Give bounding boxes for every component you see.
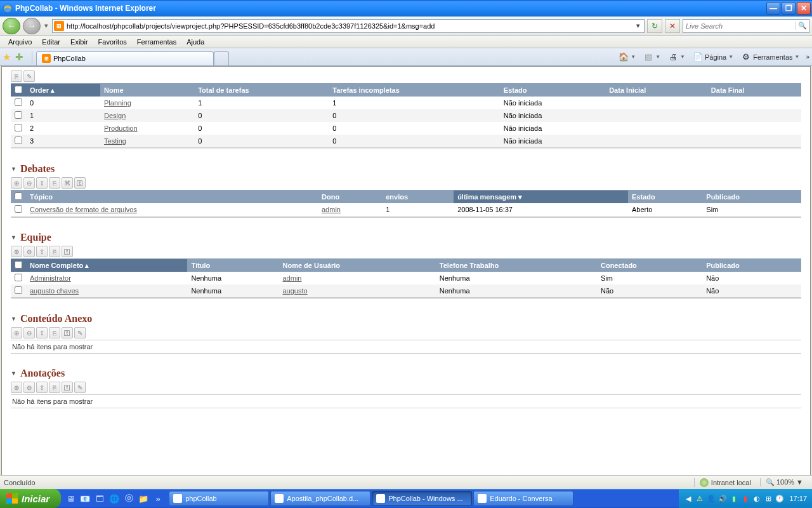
col-order[interactable]: Order ▴ bbox=[26, 84, 100, 97]
owner-link[interactable]: admin bbox=[322, 206, 341, 213]
ql-icon[interactable]: 🌐 bbox=[107, 491, 121, 506]
lock-icon[interactable]: ⚿ bbox=[62, 382, 73, 393]
tab-phpcollab[interactable]: ⊞ PhpCollab bbox=[36, 51, 214, 65]
tray-icon[interactable]: ⊞ bbox=[764, 494, 773, 503]
row-checkbox[interactable] bbox=[15, 286, 22, 294]
add-icon[interactable]: ⊕ bbox=[11, 246, 22, 257]
zoom-control[interactable]: 🔍 100% ▼ bbox=[760, 478, 808, 486]
equipe-select-all[interactable] bbox=[15, 261, 22, 269]
stop-button[interactable]: ✕ bbox=[665, 19, 680, 33]
copy-icon[interactable]: ⎘ bbox=[49, 177, 60, 189]
debates-select-all[interactable] bbox=[15, 192, 22, 200]
tray-icon[interactable]: ▮ bbox=[730, 494, 738, 503]
edit-icon[interactable]: ✎ bbox=[74, 327, 86, 338]
col-conectado[interactable]: Conectado bbox=[597, 259, 702, 272]
url-dropdown-icon[interactable]: ▾ bbox=[634, 22, 643, 30]
col-usuario[interactable]: Nome de Usuário bbox=[279, 259, 436, 272]
edit-icon[interactable]: ✎ bbox=[23, 70, 35, 82]
close-button[interactable]: ✕ bbox=[797, 2, 811, 15]
row-checkbox[interactable] bbox=[15, 98, 22, 106]
taskbar-task[interactable]: Apostila_phpCollab.d... bbox=[270, 491, 370, 506]
tools-button[interactable]: ⚙Ferramentas▼ bbox=[738, 51, 802, 64]
delete-icon[interactable]: ⊖ bbox=[23, 246, 35, 257]
address-bar[interactable]: ⊞ ▾ bbox=[52, 19, 645, 33]
phase-link[interactable]: Design bbox=[104, 112, 126, 119]
row-checkbox[interactable] bbox=[15, 124, 22, 131]
export-icon[interactable]: ⇪ bbox=[36, 177, 48, 189]
copy-icon[interactable]: ⎘ bbox=[49, 246, 60, 257]
tray-icon[interactable]: 👤 bbox=[707, 494, 716, 503]
menu-ajuda[interactable]: Ajuda bbox=[182, 37, 209, 47]
row-checkbox[interactable] bbox=[15, 111, 22, 119]
menu-exibir[interactable]: Exibir bbox=[66, 37, 93, 47]
link-icon[interactable]: ⌘ bbox=[62, 177, 73, 189]
tray-icon[interactable]: 🕐 bbox=[775, 494, 784, 503]
col-telefone[interactable]: Telefone Trabalho bbox=[436, 259, 597, 272]
col-incompletas[interactable]: Tarefas incompletas bbox=[329, 84, 500, 97]
taskbar-task[interactable]: Eduardo - Conversa bbox=[473, 491, 573, 506]
refresh-button[interactable]: ↻ bbox=[647, 19, 662, 33]
col-nome[interactable]: Nome bbox=[100, 84, 194, 97]
delete-icon[interactable]: ⊖ bbox=[23, 327, 35, 338]
username-link[interactable]: admin bbox=[283, 274, 302, 282]
col-estado[interactable]: Estado bbox=[500, 84, 605, 97]
tray-icon[interactable]: ⚠ bbox=[695, 494, 704, 503]
phase-link[interactable]: Testing bbox=[104, 137, 126, 145]
col-nome-completo[interactable]: Nome Completo ▴ bbox=[26, 259, 187, 272]
phase-link[interactable]: Production bbox=[104, 124, 138, 132]
phases-select-all[interactable] bbox=[15, 86, 22, 93]
menu-favoritos[interactable]: Favoritos bbox=[94, 37, 131, 47]
collapse-icon[interactable]: ▼ bbox=[11, 370, 16, 377]
search-input[interactable] bbox=[683, 22, 795, 30]
col-dono[interactable]: Dono bbox=[318, 190, 382, 203]
more-icon[interactable]: » bbox=[806, 53, 809, 60]
collapse-icon[interactable]: ▼ bbox=[11, 234, 16, 241]
tray-icon[interactable]: 🔊 bbox=[718, 494, 727, 503]
back-button[interactable]: ← bbox=[3, 18, 20, 34]
nav-dropdown-icon[interactable]: ▾ bbox=[43, 22, 49, 30]
home-button[interactable]: 🏠▼ bbox=[616, 51, 638, 64]
maximize-button[interactable]: ❐ bbox=[782, 2, 796, 15]
taskbar-task[interactable]: phpCollab bbox=[169, 491, 269, 506]
add-icon[interactable]: ⊕ bbox=[11, 327, 22, 338]
export-icon[interactable]: ⇪ bbox=[36, 327, 48, 338]
delete-icon[interactable]: ⊖ bbox=[23, 382, 35, 393]
col-estado[interactable]: Estado bbox=[628, 190, 702, 203]
copy-icon[interactable]: ⎘ bbox=[49, 382, 60, 393]
member-link[interactable]: Administrator bbox=[30, 274, 71, 282]
security-zone[interactable]: Intranet local bbox=[694, 478, 756, 487]
export-icon[interactable]: ⇪ bbox=[36, 382, 48, 393]
add-favorite-icon[interactable]: ✚ bbox=[15, 51, 27, 63]
menu-editar[interactable]: Editar bbox=[37, 37, 65, 47]
col-publicado[interactable]: Publicado bbox=[702, 259, 801, 272]
feeds-button[interactable]: ▧▼ bbox=[641, 51, 663, 64]
col-data-inicial[interactable]: Data Inicial bbox=[605, 84, 707, 97]
col-publicado[interactable]: Publicado bbox=[702, 190, 801, 203]
add-icon[interactable]: ⊕ bbox=[11, 382, 22, 393]
lock-icon[interactable]: ⚿ bbox=[74, 177, 86, 189]
copy-icon[interactable]: ⎘ bbox=[11, 70, 22, 82]
topic-link[interactable]: Conversão de formato de arquivos bbox=[30, 206, 137, 213]
col-topico[interactable]: Tópico bbox=[26, 190, 318, 203]
ql-more-icon[interactable]: » bbox=[151, 491, 165, 506]
collapse-icon[interactable]: ▼ bbox=[11, 316, 16, 322]
taskbar-task[interactable]: PhpCollab - Windows ... bbox=[372, 491, 472, 506]
username-link[interactable]: augusto bbox=[283, 287, 308, 295]
edit-icon[interactable]: ✎ bbox=[74, 382, 86, 393]
collapse-icon[interactable]: ▼ bbox=[11, 166, 16, 172]
tray-icon[interactable]: ◐ bbox=[752, 494, 761, 503]
page-button[interactable]: 📄Página▼ bbox=[690, 51, 736, 64]
tray-icon[interactable]: ▮ bbox=[741, 494, 750, 503]
col-titulo[interactable]: Título bbox=[187, 259, 278, 272]
row-checkbox[interactable] bbox=[15, 137, 22, 144]
tray-icon[interactable]: ◀ bbox=[684, 494, 693, 503]
export-icon[interactable]: ⇪ bbox=[36, 246, 48, 257]
search-box[interactable]: 🔍 bbox=[683, 19, 809, 33]
col-ultima[interactable]: última mensagem ▾ bbox=[454, 190, 628, 203]
add-icon[interactable]: ⊕ bbox=[11, 177, 22, 189]
favorites-icon[interactable]: ★ bbox=[3, 51, 14, 63]
col-total[interactable]: Total de tarefas bbox=[194, 84, 329, 97]
lock-icon[interactable]: ⚿ bbox=[62, 246, 73, 257]
start-button[interactable]: Iniciar bbox=[0, 489, 61, 508]
copy-icon[interactable]: ⎘ bbox=[49, 327, 60, 338]
